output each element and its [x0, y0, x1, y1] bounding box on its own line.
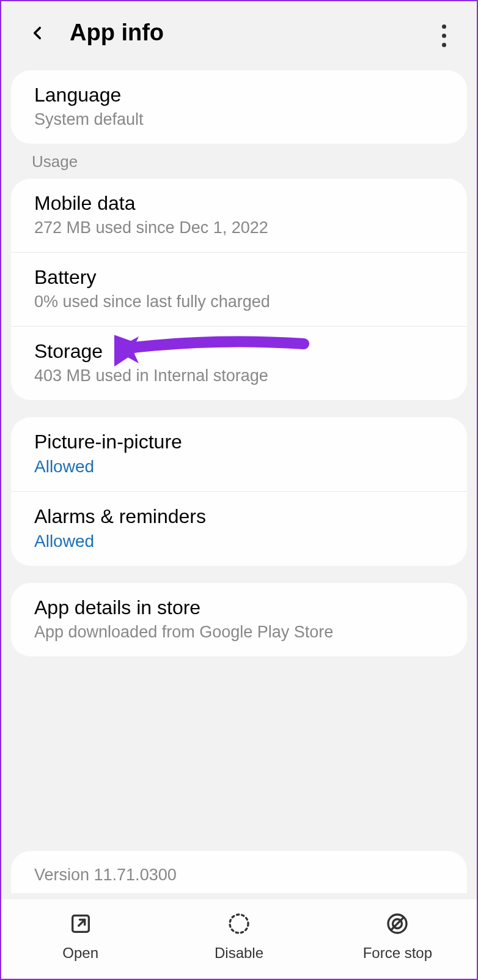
row-sub-alarms: Allowed: [34, 532, 444, 551]
card-permissions: Picture-in-picture Allowed Alarms & remi…: [11, 417, 467, 566]
row-language[interactable]: Language System default: [11, 70, 467, 144]
row-sub-pip: Allowed: [34, 457, 444, 477]
section-usage: Usage: [1, 144, 477, 179]
row-title-storage: Storage: [34, 340, 444, 363]
row-app-details[interactable]: App details in store App downloaded from…: [11, 583, 467, 656]
row-alarms[interactable]: Alarms & reminders Allowed: [11, 492, 467, 566]
force-stop-icon: [384, 910, 411, 937]
row-title-pip: Picture-in-picture: [34, 431, 444, 453]
row-sub-language: System default: [34, 110, 444, 129]
header: App info: [1, 1, 477, 70]
open-label: Open: [62, 945, 98, 962]
row-title-mobile-data: Mobile data: [34, 192, 444, 215]
card-app-details: App details in store App downloaded from…: [11, 583, 467, 656]
open-icon: [67, 910, 94, 937]
svg-point-3: [230, 915, 248, 933]
card-version: Version 11.71.0300: [11, 851, 467, 893]
force-stop-button[interactable]: Force stop: [318, 910, 477, 962]
force-stop-label: Force stop: [363, 945, 432, 962]
more-menu-icon[interactable]: [442, 24, 446, 47]
back-icon[interactable]: [27, 23, 48, 43]
card-language: Language System default: [11, 70, 467, 144]
row-title-language: Language: [34, 84, 444, 106]
card-usage: Mobile data 272 MB used since Dec 1, 202…: [11, 179, 467, 400]
disable-icon: [226, 910, 252, 937]
disable-label: Disable: [215, 945, 263, 962]
row-mobile-data[interactable]: Mobile data 272 MB used since Dec 1, 202…: [11, 179, 467, 253]
page-title: App info: [70, 20, 164, 46]
row-title-app-details: App details in store: [34, 596, 444, 619]
open-button[interactable]: Open: [1, 910, 160, 962]
row-sub-mobile-data: 272 MB used since Dec 1, 2022: [34, 218, 444, 237]
row-title-alarms: Alarms & reminders: [34, 505, 444, 528]
row-storage[interactable]: Storage 403 MB used in Internal storage: [11, 327, 467, 400]
row-pip[interactable]: Picture-in-picture Allowed: [11, 417, 467, 492]
bottom-bar: Open Disable Force stop: [1, 899, 477, 979]
row-sub-app-details: App downloaded from Google Play Store: [34, 623, 444, 642]
row-sub-battery: 0% used since last fully charged: [34, 292, 444, 311]
row-battery[interactable]: Battery 0% used since last fully charged: [11, 253, 467, 327]
disable-button[interactable]: Disable: [160, 910, 318, 962]
row-sub-storage: 403 MB used in Internal storage: [34, 366, 444, 385]
row-title-battery: Battery: [34, 266, 444, 289]
version-text: Version 11.71.0300: [11, 851, 467, 893]
